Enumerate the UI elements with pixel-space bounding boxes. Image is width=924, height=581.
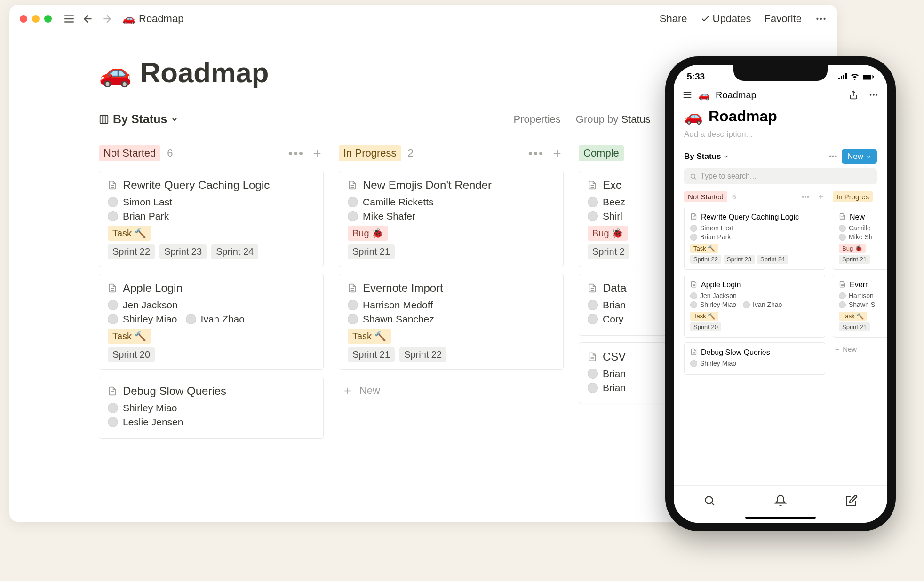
person: Leslie Jensen xyxy=(108,416,183,428)
mobile-view-selector[interactable]: By Status xyxy=(684,152,729,161)
breadcrumb[interactable]: 🚗 Roadmap xyxy=(122,13,183,25)
column-count: 2 xyxy=(408,147,414,159)
menu-icon[interactable] xyxy=(63,13,75,25)
column-more-icon[interactable]: ••• xyxy=(528,146,544,161)
mobile-new-button[interactable]: New xyxy=(842,149,877,164)
column-add-icon[interactable]: ＋ xyxy=(311,144,324,162)
mobile-column-more-icon[interactable]: ••• xyxy=(802,193,809,201)
mobile-board-card[interactable]: Debug Slow QueriesShirley Miao xyxy=(684,342,825,375)
mobile-tab-compose-icon[interactable] xyxy=(845,495,858,507)
svg-point-7 xyxy=(823,18,825,20)
wifi-icon xyxy=(851,73,859,80)
avatar xyxy=(839,292,846,299)
board-card[interactable]: Rewrite Query Caching LogicSimon LastBri… xyxy=(99,171,324,267)
column-more-icon[interactable]: ••• xyxy=(288,146,304,161)
mobile-menu-icon[interactable] xyxy=(682,90,693,100)
more-options-icon[interactable] xyxy=(815,13,827,25)
mobile-page-title-text[interactable]: Roadmap xyxy=(709,108,777,125)
column-status-pill[interactable]: Comple xyxy=(579,145,624,161)
share-button[interactable]: Share xyxy=(660,13,687,25)
mobile-sprint-tag: Sprint 21 xyxy=(839,322,870,331)
mobile-board: Not Started 6 ••• ＋ Rewrite Query Cachin… xyxy=(674,184,887,379)
svg-point-40 xyxy=(870,94,872,96)
mobile-add-card-button[interactable]: ＋ New xyxy=(833,342,887,357)
card-people-row: Shawn Sanchez xyxy=(348,314,555,325)
avatar xyxy=(690,360,697,367)
board-card[interactable]: New Emojis Don't RenderCamille RickettsM… xyxy=(339,171,564,267)
mobile-tab-notifications-icon[interactable] xyxy=(774,495,787,507)
view-selector[interactable]: By Status xyxy=(99,112,178,126)
avatar xyxy=(588,211,598,221)
mobile-card-title: Apple Login xyxy=(690,281,819,289)
board-card[interactable]: Evernote ImportHarrison MedoffShawn Sanc… xyxy=(339,274,564,370)
back-button[interactable] xyxy=(82,13,94,25)
avatar xyxy=(348,197,358,207)
column-count: 6 xyxy=(167,147,173,159)
mobile-board-card[interactable]: EverrHarrisonShawn STask 🔨Sprint 21 xyxy=(833,275,887,338)
card-type-tag: Task 🔨 xyxy=(108,226,151,241)
person: Mike Shafer xyxy=(348,211,415,222)
mobile-breadcrumb-title[interactable]: Roadmap xyxy=(716,90,757,101)
updates-button[interactable]: Updates xyxy=(701,13,751,25)
mobile-card-title: Rewrite Query Caching Logic xyxy=(690,213,819,221)
mobile-search-input[interactable]: Type to search... xyxy=(684,168,877,184)
column-status-pill[interactable]: Not Started xyxy=(99,145,160,161)
sprint-tag: Sprint 23 xyxy=(159,244,207,259)
forward-button[interactable] xyxy=(101,13,113,25)
mobile-sprint-tag: Sprint 21 xyxy=(839,255,870,264)
sprint-tag: Sprint 21 xyxy=(348,244,395,259)
mobile-page-icon[interactable]: 🚗 xyxy=(684,107,703,125)
column-add-icon[interactable]: ＋ xyxy=(550,144,564,162)
sprint-tag: Sprint 24 xyxy=(211,244,258,259)
page-title-text[interactable]: Roadmap xyxy=(140,56,269,89)
card-people-row: Harrison Medoff xyxy=(348,299,555,311)
card-type-tag: Bug 🐞 xyxy=(348,226,388,241)
person: Brian Park xyxy=(108,211,169,222)
card-people-row: Simon Last xyxy=(108,196,315,208)
board-card[interactable]: Debug Slow QueriesShirley MiaoLeslie Jen… xyxy=(99,377,324,439)
group-by-button[interactable]: Group by Status xyxy=(576,113,651,126)
favorite-button[interactable]: Favorite xyxy=(765,13,802,25)
avatar xyxy=(348,211,358,221)
column-status-pill[interactable]: In Progress xyxy=(339,145,401,161)
board-icon xyxy=(99,114,109,125)
mobile-tab-search-icon[interactable] xyxy=(703,495,716,507)
mobile-person: Brian Park xyxy=(690,233,819,241)
close-window-button[interactable] xyxy=(20,15,27,23)
maximize-window-button[interactable] xyxy=(44,15,52,23)
svg-point-42 xyxy=(876,94,878,96)
card-people-row: Mike Shafer xyxy=(348,211,555,222)
mobile-board-card[interactable]: New ICamilleMike ShBug 🐞Sprint 21 xyxy=(833,207,887,270)
mobile-board-column: In Progres ••• ＋ New ICamilleMike ShBug … xyxy=(833,191,887,379)
mobile-share-icon[interactable] xyxy=(849,90,858,100)
mobile-column-status-pill[interactable]: In Progres xyxy=(833,191,873,202)
avatar xyxy=(690,301,697,308)
mobile-view-more-icon[interactable]: ••• xyxy=(829,152,837,161)
home-indicator xyxy=(745,517,816,519)
minimize-window-button[interactable] xyxy=(32,15,40,23)
svg-rect-34 xyxy=(863,75,871,79)
properties-button[interactable]: Properties xyxy=(513,113,560,126)
card-people-row: Leslie Jensen xyxy=(108,416,315,428)
status-time: 5:33 xyxy=(687,71,705,82)
mobile-board-card[interactable]: Rewrite Query Caching LogicSimon LastBri… xyxy=(684,207,825,270)
card-people-row: Shirley Miao xyxy=(108,402,315,414)
mobile-board-card[interactable]: Apple LoginJen JacksonShirley MiaoIvan Z… xyxy=(684,275,825,338)
page-icon[interactable]: 🚗 xyxy=(99,57,132,88)
mobile-column-add-icon[interactable]: ＋ xyxy=(817,191,825,202)
mobile-more-icon[interactable] xyxy=(868,90,879,100)
chevron-down-icon xyxy=(723,154,729,159)
phone-mockup: 5:33 🚗 Roadmap 🚗 Roadmap Add a descripti… xyxy=(665,56,896,531)
svg-line-56 xyxy=(712,503,714,505)
mobile-column-status-pill[interactable]: Not Started xyxy=(684,191,727,202)
board-card[interactable]: Apple LoginJen JacksonShirley MiaoIvan Z… xyxy=(99,274,324,370)
avatar xyxy=(839,225,846,232)
mobile-description-placeholder[interactable]: Add a description... xyxy=(674,127,887,142)
card-type-tag: Task 🔨 xyxy=(348,329,391,344)
mobile-card-title: New I xyxy=(839,213,887,221)
avatar xyxy=(690,225,697,232)
phone-screen: 5:33 🚗 Roadmap 🚗 Roadmap Add a descripti… xyxy=(674,65,887,523)
svg-line-44 xyxy=(694,178,696,179)
add-card-button[interactable]: ＋New xyxy=(339,377,564,404)
avatar xyxy=(743,301,750,308)
